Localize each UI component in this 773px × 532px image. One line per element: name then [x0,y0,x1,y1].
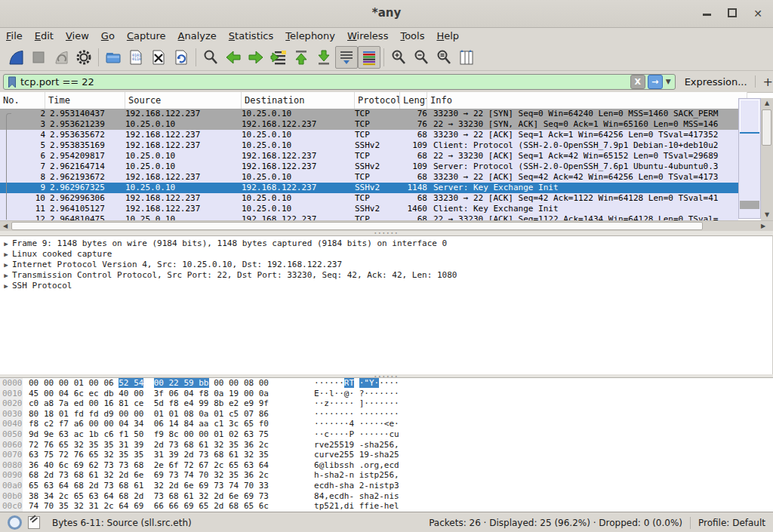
resize-columns-icon[interactable] [455,46,478,69]
zoom-in-icon[interactable] [387,46,410,69]
open-capture-folder-icon[interactable] [102,46,125,69]
go-first-packet-icon[interactable] [290,46,313,69]
start-capture-fin-icon[interactable] [5,46,27,69]
hex-offset: 0010 [0,389,23,399]
profile-text[interactable]: Profile: Default [698,518,765,528]
packet-row-11[interactable]: 112.964105127192.168.122.23710.25.0.10SS… [0,204,738,214]
hex-row-0070[interactable]: 007063 75 72 76 65 32 35 35 31 39 2d 73 … [0,450,773,460]
save-file-icon[interactable]: 01010110 [125,46,147,69]
filter-dropdown-caret-icon[interactable]: ▼ [666,78,671,85]
menu-file[interactable]: File [0,29,29,43]
scroll-left-icon[interactable]: ◀ [0,221,11,232]
menu-go[interactable]: Go [95,29,121,43]
column-header-time[interactable]: Time [45,92,125,109]
capture-comment-icon[interactable] [28,516,40,529]
expand-arrow-icon[interactable]: ▶ [0,238,12,249]
detail-text: SSH Protocol [12,281,72,291]
detail-line-1[interactable]: ▶Linux cooked capture [0,249,772,260]
zoom-out-icon[interactable] [410,46,433,69]
column-header-info[interactable]: Info [427,92,747,109]
hex-row-0010[interactable]: 001045 00 04 6c ec db 40 00 3f 06 04 f8 … [0,389,773,399]
hex-row-0060[interactable]: 006072 76 65 32 35 35 31 39 2d 73 68 61 … [0,440,773,451]
menu-wireless[interactable]: Wireless [341,29,394,43]
go-last-packet-icon[interactable] [313,46,335,69]
go-back-icon[interactable] [222,46,245,69]
hex-row-0080[interactable]: 008036 40 6c 69 62 73 73 68 2e 6f 72 67 … [0,460,773,471]
packet-row-10[interactable]: 102.962996306192.168.122.23710.25.0.10TC… [0,193,738,204]
vscroll-thumb[interactable] [762,109,771,146]
scroll-right-icon[interactable]: ▶ [758,221,768,232]
expand-arrow-icon[interactable]: ▶ [0,281,12,291]
zoom-reset-icon[interactable] [433,46,455,69]
find-packet-icon[interactable] [199,46,222,69]
column-header-destination[interactable]: Destination [242,92,355,109]
display-filter-input[interactable]: tcp.port == 22 X → ▼ [3,74,676,90]
hex-row-0040[interactable]: 0040f8 c2 f7 a6 00 00 04 34 06 14 84 aa … [0,419,773,429]
packet-row-5[interactable]: 52.953835169192.168.122.23710.25.0.10SSH… [0,140,738,151]
packet-row-12[interactable]: 122.96481047510.25.0.10192.168.122.237TC… [0,214,738,220]
menu-view[interactable]: View [60,29,95,43]
expand-arrow-icon[interactable]: ▶ [0,249,12,260]
packet-row-8[interactable]: 82.962193672192.168.122.23710.25.0.10TCP… [0,172,738,183]
column-header-length[interactable]: Length [400,92,427,109]
intelligent-scrollbar-minimap[interactable] [738,98,761,219]
auto-scroll-icon[interactable] [335,46,358,69]
colorize-icon[interactable] [358,46,380,69]
maximize-button[interactable] [723,5,741,23]
filter-apply-icon[interactable]: → [648,75,663,89]
packet-row-3[interactable]: 32.95362123910.25.0.10192.168.122.237TCP… [0,119,738,130]
hex-row-0000[interactable]: 000000 00 00 01 00 06 52 54 00 22 59 bb … [0,378,773,389]
menu-help[interactable]: Help [430,29,465,43]
close-file-icon[interactable] [147,46,170,69]
hex-row-0020[interactable]: 0020c0 a8 7a ed 00 16 81 ce 5d f8 e4 99 … [0,398,773,409]
minimize-button[interactable] [698,5,716,23]
column-header-protocol[interactable]: Protocol [355,92,400,109]
filter-clear-icon[interactable]: X [630,75,645,89]
expand-arrow-icon[interactable]: ▶ [0,260,12,270]
menu-tools[interactable]: Tools [394,29,430,43]
go-to-packet-icon[interactable] [267,46,290,69]
hex-row-0090[interactable]: 009068 2d 73 68 61 32 2d 6e 69 73 74 70 … [0,470,773,481]
hex-row-0050[interactable]: 00509d 9e 63 ac 1b c6 f1 50 f9 8c 00 00 … [0,429,773,440]
packet-row-4[interactable]: 42.953635672192.168.122.23710.25.0.10TCP… [0,130,738,140]
reload-file-icon[interactable] [170,46,192,69]
detail-line-3[interactable]: ▶Transmission Control Protocol, Src Port… [0,270,772,281]
packet-row-7[interactable]: 72.96216471410.25.0.10192.168.122.237SSH… [0,161,738,172]
cell-dst: 192.168.122.237 [242,183,355,193]
packet-list-header[interactable]: No.TimeSourceDestinationProtocolLengthIn… [0,92,747,109]
expand-arrow-icon[interactable]: ▶ [0,270,12,281]
expert-info-icon[interactable] [8,515,22,530]
scroll-down-icon[interactable]: ▼ [761,210,773,220]
cell-info: Client: Protocol (SSH-2.0-OpenSSH_7.9p1 … [427,140,738,151]
expression-button[interactable]: Expression... [685,76,747,88]
restart-capture-icon[interactable] [50,46,72,69]
packet-list-vscrollbar[interactable]: ▲ ▼ [761,98,773,220]
hex-row-0030[interactable]: 003080 18 01 fd fd d9 00 00 01 01 08 0a … [0,409,773,420]
hex-row-00a0[interactable]: 00a065 63 64 68 2d 73 68 61 32 2d 6e 69 … [0,481,773,491]
cell-dst: 192.168.122.237 [242,119,355,130]
detail-line-4[interactable]: ▶SSH Protocol [0,281,772,291]
menu-analyze[interactable]: Analyze [172,29,223,43]
hex-row-00c0[interactable]: 00c074 70 35 32 31 2c 64 69 66 66 69 65 … [0,501,773,512]
stop-capture-icon[interactable] [27,46,50,69]
packet-row-6[interactable]: 62.95420981710.25.0.10192.168.122.237TCP… [0,151,738,161]
detail-line-2[interactable]: ▶Internet Protocol Version 4, Src: 10.25… [0,260,772,270]
scroll-up-icon[interactable]: ▲ [761,98,773,109]
menu-capture[interactable]: Capture [121,29,172,43]
hex-row-00b0[interactable]: 00b038 34 2c 65 63 64 68 2d 73 68 61 32 … [0,491,773,502]
hex-offset: 0060 [0,440,23,451]
packet-row-9[interactable]: 92.96296732510.25.0.10192.168.122.237SSH… [0,183,738,193]
add-filter-button[interactable]: + [763,75,773,89]
close-button[interactable]: ✕ [749,5,767,23]
detail-line-0[interactable]: ▶Frame 9: 1148 bytes on wire (9184 bits)… [0,238,772,249]
hscroll-thumb[interactable] [11,222,703,230]
menu-edit[interactable]: Edit [29,29,60,43]
column-header-no[interactable]: No. [0,92,45,109]
filter-bookmark-icon[interactable] [8,76,17,88]
packet-row-2[interactable]: 22.953140437192.168.122.23710.25.0.10TCP… [0,109,738,119]
go-forward-icon[interactable] [245,46,267,69]
capture-options-gear-icon[interactable] [72,46,95,69]
menu-statistics[interactable]: Statistics [223,29,279,43]
menu-telephony[interactable]: Telephony [279,29,341,43]
column-header-source[interactable]: Source [125,92,242,109]
